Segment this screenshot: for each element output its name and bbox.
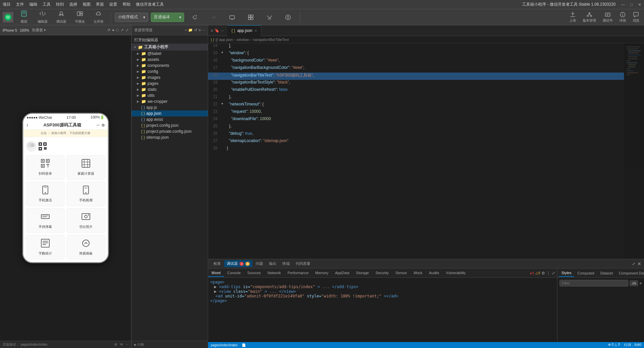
window-minimize[interactable]: — — [621, 2, 625, 7]
eye-icon[interactable]: 👁 — [120, 343, 123, 346]
outline-panel[interactable]: ▶ 大纲 — [132, 341, 208, 348]
menu-item-select[interactable]: 选择 — [69, 2, 77, 7]
devtools-tab-memory[interactable]: Memory — [312, 269, 332, 277]
cut-btn[interactable] — [261, 13, 277, 22]
debug-btn[interactable]: 调试器 — [53, 9, 69, 25]
details-btn[interactable]: 详情 — [617, 10, 628, 24]
app-item-phone1[interactable]: 手机激活 — [26, 182, 65, 206]
app-item-photo[interactable]: 空白照片 — [67, 208, 105, 233]
menu-item-file[interactable]: 文件 — [16, 2, 24, 7]
list-icon[interactable]: ≡ — [211, 28, 213, 33]
root-folder[interactable]: ▾ 📁 工具箱小程序 — [132, 44, 208, 51]
refresh-btn[interactable] — [187, 13, 203, 22]
menu-item-edit[interactable]: 编辑 — [29, 2, 37, 7]
forward-btn[interactable] — [205, 13, 221, 22]
preview-btn[interactable] — [224, 13, 240, 22]
breadcrumb-property[interactable]: navigationBarTitleText — [253, 38, 289, 42]
folder-we-cropper[interactable]: ▶ 📁 we-cropper — [132, 98, 208, 104]
menu-item-help[interactable]: 帮助 — [123, 2, 131, 7]
rotate-icon[interactable]: ⤢ — [126, 28, 129, 32]
devtools-settings-icon[interactable]: ⚙ — [541, 271, 545, 275]
menu-item-tools[interactable]: 工具 — [43, 2, 51, 7]
header-tab-terminal[interactable]: 终端 — [280, 260, 292, 267]
app-item-phone2[interactable]: 手机检测 — [67, 182, 105, 206]
file-appwxss[interactable]: ▶ { } app.wxss — [132, 116, 208, 122]
collapse-icon[interactable]: ≡ — [198, 28, 200, 32]
devtools-close-btn[interactable]: ✕ — [637, 261, 641, 266]
devtools-more-icon[interactable]: ⋮ — [546, 271, 550, 275]
header-tab-debug[interactable]: 调试器 3 4 — [224, 260, 252, 267]
devtools-tab-sensor[interactable]: Sensor — [392, 269, 410, 277]
folder-config[interactable]: ▶ 📁 config — [132, 69, 208, 75]
xml-line-ad[interactable]: <ad unit-id="adunit-0f9fdf221e149fa0" st… — [210, 294, 555, 298]
mode-dropdown[interactable]: 小程序模式 ▾ — [115, 13, 148, 22]
right-tab-styles[interactable]: Styles — [559, 269, 574, 277]
folder-images[interactable]: ▶ 📁 images — [132, 75, 208, 81]
expand-icon[interactable]: ↗ — [121, 28, 124, 32]
window-maximize[interactable]: □ — [630, 2, 633, 7]
devtools-tab-mock[interactable]: Mock — [410, 269, 426, 277]
more-explorer-icon[interactable]: ··· — [202, 28, 205, 32]
header-tab-issues[interactable]: 问题 — [253, 260, 266, 267]
settings-icon[interactable]: ⚙ — [114, 343, 117, 346]
simulate-btn[interactable]: 模拟 — [16, 9, 32, 25]
visual-btn[interactable]: 可视化 — [72, 9, 88, 25]
menu-item-goto[interactable]: 转到 — [56, 2, 64, 7]
file-appjson[interactable]: ▶ { } app.json — [132, 110, 208, 116]
folder-components[interactable]: ▶ 📁 components — [132, 63, 208, 69]
tab-appjson[interactable]: { } app.json ✕ — [227, 25, 261, 36]
file-project-config[interactable]: ▶ { } project.config.json — [132, 122, 208, 128]
bookmark-icon[interactable]: 🔖 — [214, 28, 219, 33]
xml-line-addtips[interactable]: ▶ <add-tips is="components/add-tips/inde… — [210, 284, 555, 289]
zoom-selector[interactable]: 100% — [20, 28, 29, 32]
screen-icon[interactable]: □ — [116, 28, 119, 32]
devtools-tab-network[interactable]: Network — [264, 269, 284, 277]
devtools-tab-vulnerability[interactable]: Vulnerability — [443, 269, 469, 277]
devtools-tab-appdata[interactable]: AppData — [332, 269, 353, 277]
right-tab-dataset[interactable]: Dataset — [598, 270, 616, 276]
devtools-tab-performance[interactable]: Performance — [284, 269, 312, 277]
upload-btn[interactable]: 上传 — [567, 10, 578, 24]
file-appjs[interactable]: ▶ { } app.js — [132, 104, 208, 110]
app-item-scan[interactable]: 扫码登录 — [26, 155, 65, 180]
header-tab-output[interactable]: 输出 — [266, 260, 279, 267]
new-file-icon[interactable]: + — [185, 28, 187, 32]
file-sitemap[interactable]: ▶ { } sitemap.json — [132, 134, 208, 140]
devtools-tab-wxml[interactable]: Wxml — [208, 269, 224, 277]
folder-babel[interactable]: ▶ 📁 @babel — [132, 51, 208, 57]
app-item-calc[interactable]: 家庭计算器 — [67, 155, 105, 180]
folder-assets[interactable]: ▶ 📁 assets — [132, 57, 208, 63]
editor-btn[interactable]: 编辑器 — [35, 9, 51, 25]
breadcrumb-file[interactable]: {} app.json — [215, 38, 233, 42]
devtools-tab-console[interactable]: Console — [224, 269, 244, 277]
device-selector[interactable]: iPhone 5 — [3, 28, 17, 32]
right-tab-component-data[interactable]: Component Data — [616, 270, 644, 276]
record-icon[interactable]: ● — [112, 28, 115, 32]
app-item-count[interactable]: 字数统计 — [26, 235, 65, 260]
compile-dropdown[interactable]: 普通编译 ▾ — [151, 13, 184, 22]
folder-pages[interactable]: ▶ 📁 pages — [132, 81, 208, 87]
cloud-btn[interactable]: 云开发 — [91, 9, 107, 25]
reload-icon[interactable]: ↺ — [107, 28, 110, 32]
version-btn[interactable]: 版本管理 — [581, 10, 598, 24]
menu-item-interface[interactable]: 界面 — [96, 2, 104, 7]
right-tab-computed[interactable]: Computed — [575, 270, 597, 276]
header-tab-inspect[interactable]: 检查 — [211, 260, 223, 267]
menu-item-view[interactable]: 视图 — [83, 2, 91, 7]
back-icon[interactable]: ← — [221, 28, 225, 33]
more-page-icon[interactable]: ··· — [126, 343, 129, 346]
style-filter-input[interactable] — [559, 280, 628, 286]
devtools-tab-audits[interactable]: Audits — [426, 269, 443, 277]
app-item-banner[interactable]: 手持弹幕 — [26, 208, 65, 233]
xml-line-view[interactable]: ▶ <view class="main" > ... </view> — [210, 289, 555, 294]
devtools-tab-security[interactable]: Security — [372, 269, 392, 277]
app-item-draw[interactable]: 简易画板 — [67, 235, 105, 260]
add-style-btn[interactable]: + — [639, 280, 642, 286]
devtools-tab-storage[interactable]: Storage — [353, 269, 372, 277]
folder-utils[interactable]: ▶ 📁 utils — [132, 92, 208, 98]
refresh-explorer-icon[interactable]: ↺ — [194, 28, 197, 32]
folder-static[interactable]: ▶ 📁 static — [132, 87, 208, 92]
hotspot-toggle[interactable]: 热重载 ▾ — [32, 28, 46, 33]
devtools-tab-sources[interactable]: Sources — [244, 269, 264, 277]
devtools-expand-icon[interactable]: ⤢ — [632, 261, 635, 266]
